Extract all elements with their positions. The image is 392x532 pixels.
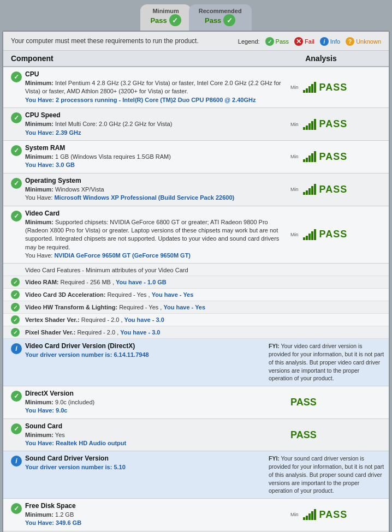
soundcard-have: You Have: Realtek HD Audio output xyxy=(25,439,282,447)
ram-have: You Have: 3.0 GB xyxy=(25,161,282,169)
legend-info-item: i Info xyxy=(320,37,340,46)
soundcard-name: Sound Card xyxy=(25,422,282,430)
cpu-speed-have: You Have: 2.39 GHz xyxy=(25,129,282,137)
ram-pass-indicator: Min PASS xyxy=(290,151,347,163)
video-driver-fyi: FYI: Your video card driver version is p… xyxy=(264,342,384,382)
os-signal-bars xyxy=(303,184,316,195)
directx-result: PASS xyxy=(286,390,384,415)
directx-content: DirectX Version Minimum: 9.0c (included)… xyxy=(25,390,286,415)
col-component-header: Component xyxy=(11,54,261,63)
soundcard-pass-text: PASS xyxy=(290,429,317,441)
soundcard-minimum: Minimum: Yes xyxy=(25,431,282,439)
os-name: Operating System xyxy=(25,177,282,184)
soundcard-result: PASS xyxy=(286,422,384,448)
sound-driver-icon: i xyxy=(11,455,25,494)
cpu-icon: ✓ xyxy=(11,70,25,104)
os-icon: ✓ xyxy=(11,177,25,202)
disk-pass-indicator: Min PASS xyxy=(290,509,347,521)
video-driver-icon: i xyxy=(11,342,25,382)
vram-detail: Video RAM: Required - 256 MB , You have … xyxy=(25,278,389,286)
videocard-content: Video Card Minimum: Supported chipsets: … xyxy=(25,210,286,260)
cpu-speed-icon: ✓ xyxy=(11,111,25,137)
v3d-pass-icon: ✓ xyxy=(11,290,20,299)
soundcard-pass-icon: ✓ xyxy=(11,423,22,434)
legend-pass-text: Pass xyxy=(276,38,289,45)
disk-have: You Have: 349.6 GB xyxy=(25,519,282,527)
cpu-speed-pass-icon: ✓ xyxy=(11,112,22,123)
legend-info-text: Info xyxy=(330,38,340,45)
vertex-detail: Vertex Shader Ver.: Required - 2.0 , You… xyxy=(25,316,389,324)
v3d-detail: Video Card 3D Acceleration: Required - Y… xyxy=(25,291,389,299)
legend-fail-item: ✕ Fail xyxy=(294,37,314,46)
ram-content: System RAM Minimum: 1 GB (Windows Vista … xyxy=(25,144,286,170)
directx-icon: ✓ xyxy=(11,390,25,415)
os-result: Min PASS xyxy=(286,177,384,202)
os-minimum: Minimum: Windows XP/Vista xyxy=(25,186,282,194)
cpu-speed-result: Min PASS xyxy=(286,111,384,137)
sound-driver-content: Sound Card Driver Version Your driver ve… xyxy=(25,455,264,494)
vertex-row: ✓ Vertex Shader Ver.: Required - 2.0 , Y… xyxy=(3,314,389,326)
cpu-minimum: Minimum: Intel Pentium 4 2.8 GHz (3.2 GH… xyxy=(25,79,282,96)
soundcard-row: ✓ Sound Card Minimum: Yes You Have: Real… xyxy=(3,419,389,452)
videocard-pass-icon: ✓ xyxy=(11,211,22,222)
directx-pass-text: PASS xyxy=(290,397,317,408)
recommended-label: Recommended xyxy=(199,8,242,14)
vram-pass-icon: ✓ xyxy=(11,278,20,286)
legend-label: Legend: xyxy=(238,38,260,45)
legend-unknown-text: Unknown xyxy=(356,38,381,45)
video-driver-row: i Video Card Driver Version (DirectX) Yo… xyxy=(3,339,389,386)
soundcard-content: Sound Card Minimum: Yes You Have: Realte… xyxy=(25,422,286,448)
legend-unknown-item: ? Unknown xyxy=(346,37,381,46)
videocard-pass-indicator: Min PASS xyxy=(290,229,347,240)
table-header: Component Analysis xyxy=(3,51,389,67)
cpu-result: Min PASS xyxy=(286,70,384,104)
disk-pass-icon: ✓ xyxy=(11,503,22,514)
os-content: Operating System Minimum: Windows XP/Vis… xyxy=(25,177,286,202)
videocard-have: You Have: NVIDIA GeForce 9650M GT (GeFor… xyxy=(25,252,282,260)
sound-driver-name: Sound Card Driver Version xyxy=(25,455,260,462)
ram-pass-text: PASS xyxy=(319,151,348,163)
disk-content: Free Disk Space Minimum: 1.2 GB You Have… xyxy=(25,502,286,528)
pixel-pass-icon: ✓ xyxy=(11,328,20,337)
os-pass-icon: ✓ xyxy=(11,178,22,189)
cpu-speed-content: CPU Speed Minimum: Intel Multi Core: 2.0… xyxy=(25,111,286,137)
disk-row: ✓ Free Disk Space Minimum: 1.2 GB You Ha… xyxy=(3,499,389,531)
video-driver-content: Video Card Driver Version (DirectX) Your… xyxy=(25,342,264,382)
videocard-icon: ✓ xyxy=(11,210,25,260)
ram-icon: ✓ xyxy=(11,144,25,170)
header-bar: Legend: ✓ Pass ✕ Fail i Info ? Unknown Y… xyxy=(3,32,389,51)
cpu-pass-indicator: Min PASS xyxy=(290,82,347,93)
minimum-pass: Pass ✓ xyxy=(150,14,181,26)
tab-minimum[interactable]: Minimum Pass ✓ xyxy=(140,4,191,31)
disk-signal-bars xyxy=(303,509,316,520)
col-analysis-header: Analysis xyxy=(261,54,381,63)
os-pass-indicator: Min PASS xyxy=(290,184,347,195)
videocard-name: Video Card xyxy=(25,210,282,217)
vhw-pass-icon: ✓ xyxy=(11,303,20,312)
cpu-have: You Have: 2 processors running - Intel(R… xyxy=(25,96,282,104)
vram-row: ✓ Video RAM: Required - 256 MB , You hav… xyxy=(3,276,389,289)
os-pass-text: PASS xyxy=(319,184,348,195)
cpu-speed-pass-indicator: Min PASS xyxy=(290,118,347,130)
cpu-row: ✓ CPU Minimum: Intel Pentium 4 2.8 GHz (… xyxy=(3,67,389,108)
main-container: Legend: ✓ Pass ✕ Fail i Info ? Unknown Y… xyxy=(2,31,390,532)
pixel-detail: Pixel Shader Ver.: Required - 2.0 , You … xyxy=(25,328,389,337)
legend-pass-item: ✓ Pass xyxy=(265,37,289,46)
ram-result: Min PASS xyxy=(286,144,384,170)
videocard-signal-bars xyxy=(303,229,316,240)
tab-recommended[interactable]: Recommended Pass ✓ xyxy=(189,4,252,31)
legend: Legend: ✓ Pass ✕ Fail i Info ? Unknown xyxy=(238,37,381,46)
cpu-speed-name: CPU Speed xyxy=(25,111,282,119)
cpu-speed-signal-bars xyxy=(303,119,316,130)
video-driver-info-icon: i xyxy=(11,343,22,354)
legend-unknown-icon: ? xyxy=(346,37,354,46)
disk-minimum: Minimum: 1.2 GB xyxy=(25,511,282,519)
ram-pass-icon: ✓ xyxy=(11,145,22,156)
legend-pass-icon: ✓ xyxy=(265,37,274,46)
ram-row: ✓ System RAM Minimum: 1 GB (Windows Vist… xyxy=(3,141,389,174)
legend-fail-text: Fail xyxy=(305,38,314,45)
disk-result: Min PASS xyxy=(286,502,384,528)
videocard-result: Min PASS xyxy=(286,210,384,260)
v3d-row: ✓ Video Card 3D Acceleration: Required -… xyxy=(3,289,389,301)
sound-driver-info-icon: i xyxy=(11,456,22,467)
